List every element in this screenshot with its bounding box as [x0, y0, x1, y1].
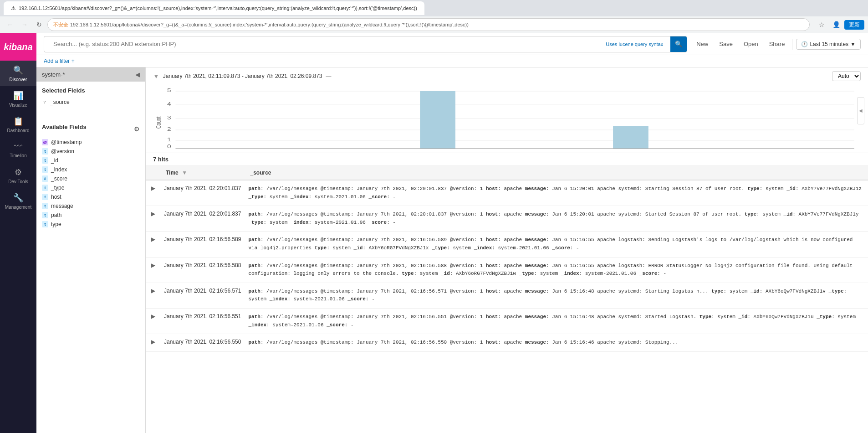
field-item-type[interactable]: t _type [42, 183, 140, 192]
search-input[interactable] [48, 41, 606, 47]
row-expand-toggle[interactable]: ▶ [146, 206, 160, 232]
field-type-t-icon6: t [42, 203, 48, 209]
row-expand-toggle[interactable]: ▶ [146, 232, 160, 257]
chart-interval-select[interactable]: Auto [832, 71, 861, 81]
field-item-score[interactable]: # _score [42, 174, 140, 183]
update-button[interactable]: 更新 [844, 20, 864, 30]
right-panel: ▼ January 7th 2021, 02:11:09.873 - Janua… [146, 67, 868, 433]
field-item-index[interactable]: t _index [42, 165, 140, 174]
lucene-hint: Uses lucene query syntax [606, 41, 667, 47]
reload-button[interactable]: ↻ [33, 18, 46, 31]
row-expand-toggle[interactable]: ▶ [146, 180, 160, 206]
browser-tab[interactable]: ⚠ 192.168.1.12:5601/app/kibana#/discover… [4, 1, 424, 15]
top-actions: New Save Open Share 🕐 Last 15 minutes ▼ [693, 39, 861, 50]
sidebar-item-timelion[interactable]: 〰 Timelion [0, 137, 36, 163]
field-item-id[interactable]: t _id [42, 156, 140, 165]
logo-text: kibana [4, 42, 32, 52]
profile-button[interactable]: 👤 [830, 18, 842, 31]
index-name: system-* [42, 71, 65, 78]
collapse-chart-btn[interactable]: ▼ [153, 72, 159, 80]
svg-text:5: 5 [167, 88, 171, 93]
chevron-down-icon: ▼ [850, 41, 856, 47]
row-source: path: /var/log/messages @timestamp: Janu… [245, 308, 868, 334]
index-selector[interactable]: system-* ◀ [36, 67, 145, 82]
field-name-message: message [51, 203, 73, 209]
selected-fields-section: Selected Fields ? _source [36, 82, 145, 112]
field-item-type2[interactable]: t type [42, 220, 140, 229]
row-time: January 7th 2021, 02:20:01.837 [160, 206, 245, 232]
svg-text:4: 4 [167, 101, 171, 107]
chart-collapse-handle[interactable]: ◀ [857, 97, 864, 124]
available-fields-header: Available Fields ⚙ [36, 120, 145, 138]
field-item-message[interactable]: t message [42, 201, 140, 211]
sidebar-item-visualize[interactable]: 📊 Visualize [0, 86, 36, 112]
row-source: path: /var/log/messages @timestamp: Janu… [245, 334, 868, 352]
field-item-version[interactable]: t @version [42, 147, 140, 156]
sidebar-item-dashboard[interactable]: 📋 Dashboard [0, 112, 36, 137]
kibana-logo[interactable]: kibana [0, 33, 36, 61]
sort-icon: ▼ [182, 170, 187, 176]
fields-gear-button[interactable]: ⚙ [134, 125, 140, 133]
sidebar-label-devtools: Dev Tools [8, 179, 28, 184]
time-label: Last 15 minutes [810, 41, 848, 47]
table-row: ▶ January 7th 2021, 02:16:56.571 path: /… [146, 283, 868, 308]
top-bar: Uses lucene query syntax 🔍 New Save Open… [36, 33, 868, 55]
browser-controls: ← → ↻ 不安全 192.168.1.12:5601/app/kibana#/… [0, 16, 868, 33]
hits-count: 7 hits [146, 153, 868, 166]
sidebar-label-visualize: Visualize [9, 103, 27, 108]
forward-button[interactable]: → [18, 18, 31, 31]
row-expand-toggle[interactable]: ▶ [146, 257, 160, 283]
left-panel: system-* ◀ Selected Fields ? _source Ava… [36, 67, 146, 433]
sidebar-item-management[interactable]: 🔧 Management [0, 188, 36, 214]
field-name-timestamp: @timestamp [51, 139, 82, 145]
field-item-timestamp[interactable]: @ @timestamp [42, 138, 140, 147]
table-row: ▶ January 7th 2021, 02:16:56.551 path: /… [146, 308, 868, 334]
time-picker-button[interactable]: 🕐 Last 15 minutes ▼ [796, 39, 861, 50]
field-type-t-icon: t [42, 148, 48, 155]
sidebar-item-devtools[interactable]: ⚙ Dev Tools [0, 163, 36, 188]
row-source: path: /var/log/messages @timestamp: Janu… [245, 283, 868, 308]
security-badge: 不安全 [53, 21, 68, 28]
main-content: Uses lucene query syntax 🔍 New Save Open… [36, 33, 868, 433]
field-type-t-icon4: t [42, 185, 48, 191]
field-type-t-icon3: t [42, 166, 48, 173]
field-type-t-icon5: t [42, 194, 48, 200]
chart-date-range: January 7th 2021, 02:11:09.873 - January… [163, 73, 322, 79]
field-name-host: host [51, 194, 61, 200]
row-time: January 7th 2021, 02:16:56.571 [160, 283, 245, 308]
field-name-index: _index [51, 166, 67, 173]
open-button[interactable]: Open [740, 39, 762, 49]
sidebar-label-timelion: Timelion [10, 153, 26, 158]
bookmark-button[interactable]: ☆ [815, 18, 828, 31]
row-time: January 7th 2021, 02:16:56.588 [160, 257, 245, 283]
sidebar-item-discover[interactable]: 🔍 Discover [0, 61, 36, 86]
new-button[interactable]: New [693, 39, 712, 49]
address-bar[interactable]: 不安全 192.168.1.12:5601/app/kibana#/discov… [47, 18, 810, 31]
add-filter-button[interactable]: Add a filter + [44, 58, 75, 64]
back-button[interactable]: ← [4, 18, 16, 31]
row-expand-toggle[interactable]: ▶ [146, 334, 160, 352]
field-item-path[interactable]: t path [42, 211, 140, 220]
app: kibana 🔍 Discover 📊 Visualize 📋 Dashboar… [0, 33, 868, 433]
field-item-host[interactable]: t host [42, 192, 140, 201]
bar-5 [420, 91, 455, 149]
field-name-source: _source [50, 99, 70, 105]
results-area: 7 hits Time ▼ _source [146, 153, 868, 433]
search-container: Uses lucene query syntax 🔍 [44, 36, 687, 52]
search-button[interactable]: 🔍 [670, 36, 687, 52]
management-icon: 🔧 [13, 193, 23, 203]
row-expand-toggle[interactable]: ▶ [146, 308, 160, 334]
share-button[interactable]: Share [766, 39, 789, 49]
svg-text:0: 0 [167, 144, 171, 149]
field-item-source[interactable]: ? _source [42, 98, 140, 107]
row-expand-toggle[interactable]: ▶ [146, 283, 160, 308]
browser-tabs: ⚠ 192.168.1.12:5601/app/kibana#/discover… [0, 0, 868, 16]
dashboard-icon: 📋 [13, 116, 23, 126]
selected-fields-title: Selected Fields [42, 87, 140, 94]
save-button[interactable]: Save [715, 39, 736, 49]
visualize-icon: 📊 [13, 91, 23, 101]
expand-col-header [146, 166, 160, 180]
sidebar-label-management: Management [5, 205, 31, 210]
address-text: 192.168.1.12:5601/app/kibana#/discover?_… [70, 22, 469, 27]
time-col-header[interactable]: Time ▼ [160, 166, 245, 180]
